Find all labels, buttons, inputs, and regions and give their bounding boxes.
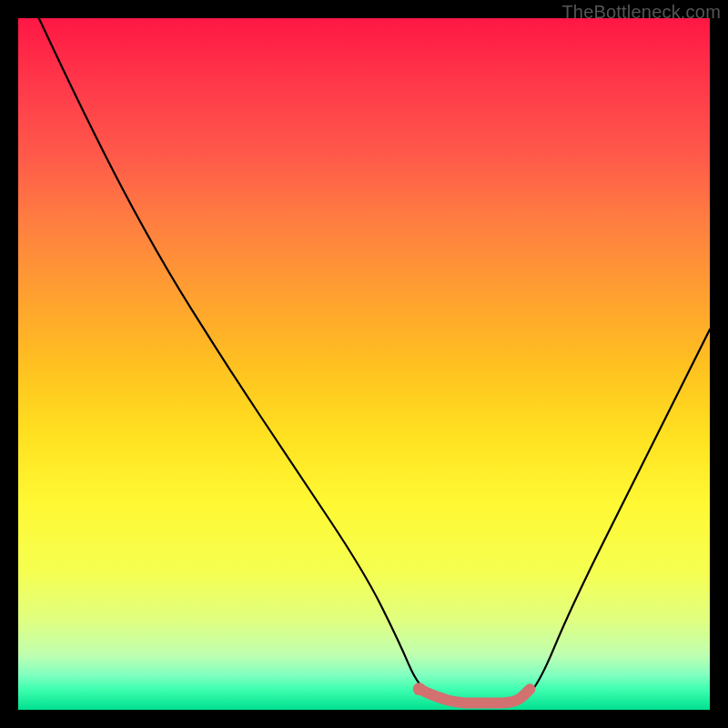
- chart-svg: [18, 18, 710, 710]
- plot-area: [18, 18, 710, 710]
- watermark-text: TheBottleneck.com: [561, 2, 721, 23]
- optimal-range-marker-path: [420, 689, 531, 703]
- chart-container: TheBottleneck.com: [0, 0, 728, 728]
- marker-start-dot: [413, 682, 426, 695]
- bottleneck-curve-path: [39, 18, 710, 703]
